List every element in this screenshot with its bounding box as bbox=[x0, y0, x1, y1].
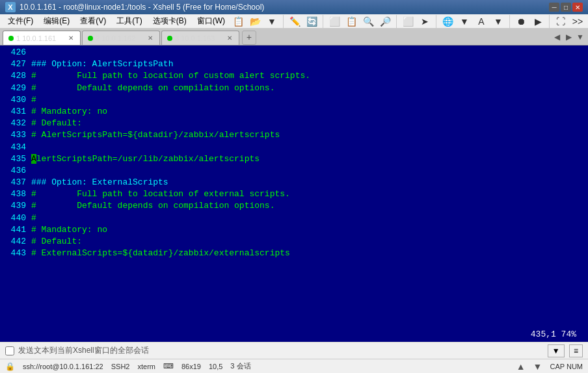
toolbar-arrow[interactable]: ➤ bbox=[417, 14, 433, 29]
toolbar-terminal[interactable]: ⬜ bbox=[400, 14, 416, 29]
status-scroll-down[interactable]: ▼ bbox=[533, 361, 542, 372]
toolbar-fullscreen[interactable]: ⛶ bbox=[553, 14, 568, 29]
tab-nav-dropdown[interactable]: ▼ bbox=[575, 32, 585, 42]
terminal-line: 426 bbox=[0, 47, 588, 58]
status-terminal: xterm bbox=[137, 363, 155, 370]
tab-2[interactable]: 2 10.0.1.162 ✕ bbox=[82, 31, 160, 45]
terminal-line: 431# Mandatory: no bbox=[0, 106, 588, 118]
tab-1-close[interactable]: ✕ bbox=[67, 34, 75, 42]
menu-tools[interactable]: 工具(T) bbox=[111, 14, 147, 28]
terminal[interactable]: 426427### Option: AlertScriptsPath428# F… bbox=[0, 45, 588, 342]
toolbar-globe[interactable]: 🌐 bbox=[440, 14, 455, 29]
tab-nav-left[interactable]: ◀ bbox=[552, 32, 562, 42]
terminal-line: 427### Option: AlertScriptsPath bbox=[0, 58, 588, 70]
menu-tabs[interactable]: 选项卡(B) bbox=[148, 14, 192, 28]
input-bar: 发送文本到当前Xshell窗口的全部会话 ▼ ≡ bbox=[0, 342, 588, 359]
toolbar-open[interactable]: 📂 bbox=[247, 14, 263, 29]
cursor-position: 435,1 74% bbox=[531, 329, 576, 339]
toolbar-edit[interactable]: ✏️ bbox=[287, 14, 302, 29]
menu-bar: 文件(F) 编辑(E) 查看(V) 工具(T) 选项卡(B) 窗口(W) 📋 📂… bbox=[0, 14, 588, 29]
tab-3-status-dot bbox=[167, 36, 172, 41]
tab-bar: 1 10.0.1.161 ✕ 2 10.0.1.162 ✕ 3 10.0.1.1… bbox=[0, 29, 588, 45]
app-icon: X bbox=[5, 2, 16, 12]
title-bar: X 10.0.1.161 - root@linux-node1:/tools -… bbox=[0, 0, 588, 14]
status-scroll-up[interactable]: ▲ bbox=[516, 361, 526, 372]
toolbar-copy[interactable]: ⬜ bbox=[327, 14, 342, 29]
status-lock-icon: 🔒 bbox=[5, 362, 15, 371]
tab-nav-right[interactable]: ▶ bbox=[563, 32, 574, 42]
toolbar-font[interactable]: A bbox=[474, 14, 489, 29]
send-to-all-checkbox[interactable] bbox=[5, 346, 14, 355]
input-dropdown-button[interactable]: ▼ bbox=[548, 344, 565, 357]
close-button[interactable]: ✕ bbox=[572, 3, 583, 12]
status-protocol: SSH2 bbox=[111, 363, 130, 370]
send-to-all-label: 发送文本到当前Xshell窗口的全部会话 bbox=[18, 345, 149, 356]
terminal-line: 442# Default: bbox=[0, 236, 588, 248]
terminal-line: 443# ExternalScripts=${datadir}/zabbix/e… bbox=[0, 248, 588, 259]
toolbar-search[interactable]: 🔍 bbox=[360, 14, 376, 29]
status-bar: 🔒 ssh://root@10.0.1.161:22 SSH2 xterm ⌨ … bbox=[0, 359, 588, 373]
tab-3[interactable]: 3 10.0.1.163 ✕ bbox=[161, 31, 239, 45]
status-size-icon: ⌨ bbox=[163, 362, 174, 370]
menu-file[interactable]: 文件(F) bbox=[3, 14, 38, 28]
terminal-line: 429# Default depends on compilation opti… bbox=[0, 83, 588, 94]
tab-1-label: 1 10.0.1.161 bbox=[16, 34, 64, 42]
terminal-line: 433# AlertScriptsPath=${datadir}/zabbix/… bbox=[0, 129, 588, 141]
toolbar-zoom[interactable]: 🔎 bbox=[377, 14, 393, 29]
tab-add-button[interactable]: + bbox=[242, 31, 256, 45]
tab-2-status-dot bbox=[88, 36, 93, 41]
status-caps-num: CAP NUM bbox=[550, 363, 583, 370]
minimize-button[interactable]: ─ bbox=[549, 3, 559, 12]
terminal-line: 438# Full path to location of external s… bbox=[0, 188, 588, 200]
toolbar-refresh[interactable]: 🔄 bbox=[304, 14, 319, 29]
toolbar-play[interactable]: ▶ bbox=[530, 14, 546, 29]
menu-window[interactable]: 窗口(W) bbox=[192, 14, 230, 28]
status-connection: ssh://root@10.0.1.161:22 bbox=[23, 363, 103, 370]
status-size: 86x19 bbox=[181, 363, 201, 370]
menu-edit[interactable]: 编辑(E) bbox=[38, 14, 75, 28]
status-position: 10,5 bbox=[209, 363, 222, 370]
input-options-button[interactable]: ≡ bbox=[569, 344, 583, 357]
tab-2-label: 2 10.0.1.162 bbox=[96, 34, 144, 42]
terminal-line: 430# bbox=[0, 94, 588, 106]
terminal-line: 428# Full path to location of custom ale… bbox=[0, 70, 588, 82]
maximize-button[interactable]: □ bbox=[561, 3, 571, 12]
terminal-line: 440# bbox=[0, 212, 588, 224]
toolbar-new-session[interactable]: 📋 bbox=[230, 14, 246, 29]
terminal-line: 436 bbox=[0, 165, 588, 177]
toolbar-record[interactable]: ⏺ bbox=[513, 14, 529, 29]
tab-1[interactable]: 1 10.0.1.161 ✕ bbox=[3, 31, 81, 45]
toolbar-dropdown[interactable]: ▼ bbox=[264, 14, 280, 29]
status-sessions: 3 会话 bbox=[230, 361, 250, 371]
terminal-line: 437### Option: ExternalScripts bbox=[0, 177, 588, 188]
terminal-line: 435AlertScriptsPath=/usr/lib/zabbix/aler… bbox=[0, 153, 588, 165]
toolbar-more[interactable]: >> bbox=[570, 14, 585, 29]
window-title: 10.0.1.161 - root@linux-node1:/tools - X… bbox=[20, 3, 264, 12]
tab-2-close[interactable]: ✕ bbox=[146, 34, 154, 42]
terminal-line: 439# Default depends on compilation opti… bbox=[0, 200, 588, 212]
terminal-line: 434 bbox=[0, 142, 588, 153]
tab-3-close[interactable]: ✕ bbox=[226, 34, 234, 42]
terminal-line: 432# Default: bbox=[0, 118, 588, 129]
menu-view[interactable]: 查看(V) bbox=[75, 14, 111, 28]
tab-3-label: 3 10.0.1.163 bbox=[175, 34, 223, 42]
toolbar-paste[interactable]: 📋 bbox=[343, 14, 359, 29]
terminal-content[interactable]: 426427### Option: AlertScriptsPath428# F… bbox=[0, 45, 588, 342]
toolbar-dropdown2[interactable]: ▼ bbox=[457, 14, 472, 29]
toolbar-dropdown3[interactable]: ▼ bbox=[490, 14, 506, 29]
terminal-line: 441# Mandatory: no bbox=[0, 224, 588, 236]
tab-1-status-dot bbox=[8, 36, 14, 41]
